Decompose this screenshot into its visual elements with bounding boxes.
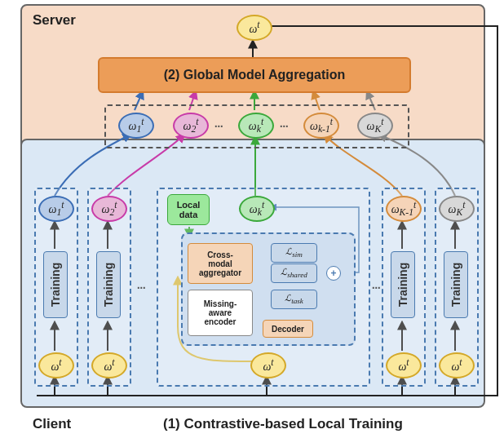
loss-shared: ℒshared: [271, 263, 317, 283]
yellow-omega-k: ωt: [250, 352, 286, 378]
server-node-k-1: ωk-1t: [303, 113, 339, 139]
server-label: Server: [33, 12, 76, 29]
plus-icon: +: [326, 266, 341, 281]
omega-output-top: ωt: [237, 15, 272, 41]
server-node-k: ωkt: [238, 113, 274, 139]
training-box-2: Training: [96, 251, 121, 318]
client-omega-k: ωkt: [239, 196, 275, 222]
yellow-omega-K: ωt: [439, 352, 475, 378]
client-omega-K-1: ωK-1t: [386, 196, 422, 222]
training-box-K-1: Training: [391, 251, 415, 318]
aggregation-box: (2) Global Model Aggregation: [98, 57, 411, 93]
loss-sim: ℒsim: [271, 243, 317, 263]
server-node-2: ω2t: [173, 113, 209, 139]
loss-task: ℒtask: [271, 290, 317, 309]
yellow-omega-1: ωt: [38, 352, 74, 378]
dots-clients-2: ···: [371, 277, 380, 296]
server-node-K: ωKt: [357, 113, 393, 139]
client-label: Client: [33, 416, 71, 432]
dots-clients-1: ···: [136, 277, 145, 296]
yellow-omega-K-1: ωt: [386, 352, 422, 378]
training-box-K: Training: [444, 251, 468, 318]
bottom-caption: (1) Contrastive-based Local Training: [163, 416, 403, 432]
training-box-1: Training: [43, 251, 68, 318]
dots-srv-2: ···: [279, 116, 288, 135]
local-data-box: Local data: [167, 194, 210, 225]
client-omega-2: ω2t: [91, 196, 127, 222]
client-omega-1: ω1t: [38, 196, 74, 222]
yellow-omega-2: ωt: [91, 352, 127, 378]
decoder-box: Decoder: [263, 320, 313, 338]
cross-modal-aggregator: Cross- modal aggregator: [188, 243, 253, 284]
diagram-canvas: Server Client (1) Contrastive-based Loca…: [0, 0, 504, 447]
client-omega-K: ωKt: [439, 196, 475, 222]
dots-srv-1: ···: [214, 116, 223, 135]
missing-aware-encoder: Missing- aware encoder: [188, 290, 253, 336]
server-node-1: ω1t: [118, 113, 154, 139]
